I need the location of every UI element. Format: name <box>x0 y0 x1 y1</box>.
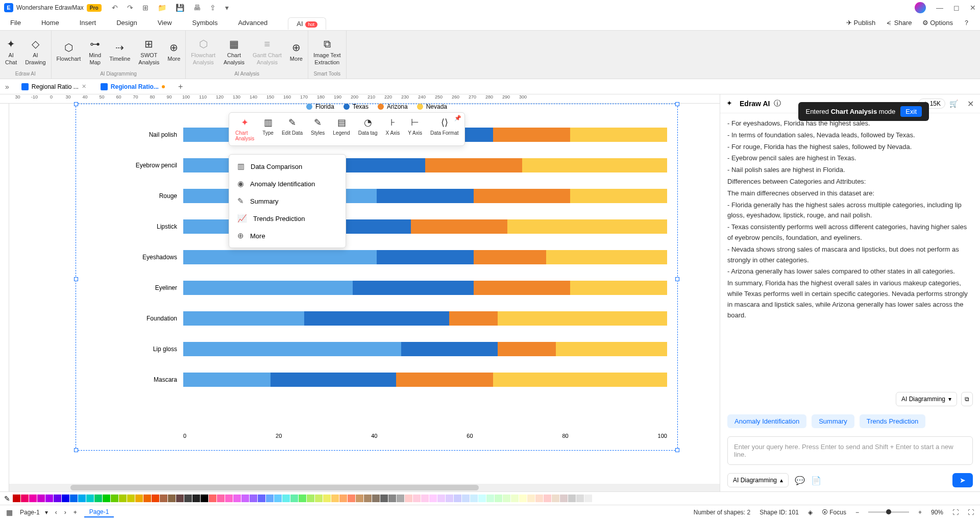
resize-handle[interactable] <box>74 448 78 452</box>
color-swatch[interactable] <box>315 495 323 502</box>
color-swatch[interactable] <box>470 495 478 502</box>
doc-tab-2[interactable]: Regional Ratio... <box>95 81 170 92</box>
ft-chart-analysis[interactable]: ✦Chart Analysis <box>235 117 254 141</box>
copy-button[interactable]: ⧉ <box>961 392 973 406</box>
redo-icon[interactable]: ↷ <box>127 4 133 12</box>
dropdown-icon[interactable]: ▾ <box>225 4 229 12</box>
layers-icon[interactable]: ◈ <box>808 509 813 516</box>
color-swatch[interactable] <box>54 495 61 502</box>
ribbon-chart-analysis[interactable]: ▦Chart Analysis <box>224 34 244 70</box>
ribbon-ai-drawing[interactable]: ◇AI Drawing <box>25 34 45 70</box>
color-swatch[interactable] <box>307 495 314 502</box>
ft-type[interactable]: ▥Type <box>262 117 274 141</box>
color-swatch[interactable] <box>535 495 543 502</box>
add-page-icon[interactable]: + <box>74 509 77 516</box>
color-swatch[interactable] <box>511 495 519 502</box>
ft-edit-data[interactable]: ✎Edit Data <box>282 117 303 141</box>
resize-handle[interactable] <box>74 102 78 106</box>
color-swatch[interactable] <box>380 495 388 502</box>
ft-legend[interactable]: ▤Legend <box>333 117 350 141</box>
color-swatch[interactable] <box>217 495 225 502</box>
query-input[interactable]: Enter your query here. Press Enter to se… <box>727 436 973 465</box>
dd-anomaly[interactable]: ◉Anomaly Identification <box>229 175 346 192</box>
open-icon[interactable]: 📁 <box>158 4 166 12</box>
resize-handle[interactable] <box>675 277 679 281</box>
zoom-out-icon[interactable]: − <box>855 509 859 516</box>
ribbon-image-text[interactable]: ⧉Image Text Extraction <box>313 34 341 70</box>
color-swatch[interactable] <box>176 495 184 502</box>
color-swatch[interactable] <box>29 495 37 502</box>
color-swatch[interactable] <box>78 495 86 502</box>
color-swatch[interactable] <box>486 495 494 502</box>
ribbon-timeline[interactable]: ⇢Timeline <box>109 34 130 70</box>
page-selector[interactable]: Page-1▾ <box>20 509 48 516</box>
color-swatch[interactable] <box>152 495 159 502</box>
close-icon[interactable]: ✕ <box>970 4 976 12</box>
color-swatch[interactable] <box>568 495 576 502</box>
help-icon[interactable]: ？ <box>963 18 970 28</box>
ribbon-more-2[interactable]: ⊕More <box>290 34 303 70</box>
color-swatch[interactable] <box>111 495 118 502</box>
color-swatch[interactable] <box>160 495 167 502</box>
exit-button[interactable]: Exit <box>900 106 922 117</box>
prev-page-icon[interactable]: ‹ <box>55 509 57 516</box>
tab-close-icon[interactable]: ✕ <box>82 83 86 90</box>
color-swatch[interactable] <box>527 495 535 502</box>
color-swatch[interactable] <box>62 495 69 502</box>
color-swatch[interactable] <box>348 495 355 502</box>
send-button[interactable]: ➤ <box>952 473 973 487</box>
color-swatch[interactable] <box>258 495 265 502</box>
color-swatch[interactable] <box>70 495 78 502</box>
color-swatch[interactable] <box>86 495 94 502</box>
color-swatch[interactable] <box>233 495 241 502</box>
color-swatch[interactable] <box>552 495 559 502</box>
color-swatch[interactable] <box>437 495 445 502</box>
publish-button[interactable]: ✈ Publish <box>846 19 875 27</box>
chip-summary[interactable]: Summary <box>812 414 854 428</box>
color-swatch[interactable] <box>388 495 396 502</box>
resize-handle[interactable] <box>675 102 679 106</box>
menu-advanced[interactable]: Advanced <box>238 19 267 27</box>
chip-trends[interactable]: Trends Prediction <box>860 414 925 428</box>
ft-x-axis[interactable]: ⊦X Axis <box>386 117 400 141</box>
fit-icon[interactable]: ⛶ <box>952 509 959 516</box>
dd-more[interactable]: ⊕More <box>229 227 346 244</box>
ribbon-more-1[interactable]: ⊕More <box>167 34 180 70</box>
info-icon[interactable]: ⓘ <box>774 99 781 108</box>
ft-styles[interactable]: ✎Styles <box>311 117 325 141</box>
color-swatch[interactable] <box>413 495 421 502</box>
color-swatch[interactable] <box>192 495 200 502</box>
menu-design[interactable]: Design <box>116 19 137 27</box>
color-swatch[interactable] <box>37 495 45 502</box>
color-swatch[interactable] <box>405 495 412 502</box>
fullscreen-icon[interactable]: ⛶ <box>968 509 974 516</box>
color-swatch[interactable] <box>339 495 347 502</box>
canvas[interactable]: Florida Texas Arizona Nevada Nail polish… <box>9 104 720 484</box>
color-swatch[interactable] <box>266 495 274 502</box>
color-swatch[interactable] <box>103 495 110 502</box>
dd-trends[interactable]: 📈Trends Prediction <box>229 210 346 227</box>
doc-tab-1[interactable]: Regional Ratio ... ✕ <box>16 81 91 92</box>
color-swatch[interactable] <box>421 495 429 502</box>
page-tab[interactable]: Page-1 <box>84 507 114 517</box>
color-swatch[interactable] <box>429 495 437 502</box>
menu-home[interactable]: Home <box>41 19 59 27</box>
next-page-icon[interactable]: › <box>64 509 66 516</box>
color-swatch[interactable] <box>299 495 306 502</box>
color-swatch[interactable] <box>143 495 151 502</box>
color-swatch[interactable] <box>462 495 470 502</box>
color-swatch[interactable] <box>503 495 510 502</box>
mode-select[interactable]: AI Diagramming▾ <box>896 392 957 406</box>
ribbon-ai-chat[interactable]: ✦AI Chat <box>5 34 17 70</box>
chip-anomaly[interactable]: Anomaly Identification <box>727 414 806 428</box>
color-swatch[interactable] <box>250 495 257 502</box>
color-swatch[interactable] <box>331 495 339 502</box>
color-swatch[interactable] <box>454 495 461 502</box>
zoom-slider[interactable] <box>868 511 909 513</box>
add-tab-icon[interactable]: + <box>174 82 187 91</box>
color-swatch[interactable] <box>45 495 53 502</box>
export-icon[interactable]: ⇪ <box>210 4 216 12</box>
color-swatch[interactable] <box>127 495 135 502</box>
panel-close-icon[interactable]: ✕ <box>967 99 974 109</box>
color-swatch[interactable] <box>225 495 233 502</box>
